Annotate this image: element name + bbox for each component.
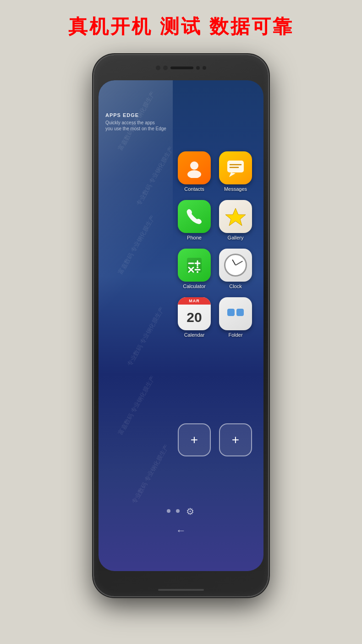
- clock-face: [224, 254, 247, 277]
- clock-minute-hand: [236, 261, 243, 265]
- svg-point-15: [197, 271, 198, 273]
- watermark-6: 专业数码 专业钢化膜生产: [130, 443, 171, 505]
- phone-bottom-bar: [158, 589, 204, 591]
- page-title: 真机开机 测试 数据可靠: [0, 14, 362, 39]
- gallery-icon: [219, 200, 252, 233]
- app-gallery[interactable]: Gallery: [219, 200, 252, 240]
- app-calendar[interactable]: MAR 20 Calendar: [178, 297, 211, 338]
- settings-gear-icon[interactable]: ⚙: [185, 506, 195, 516]
- phone-label: Phone: [187, 235, 202, 240]
- sensor-dot: [163, 66, 168, 70]
- clock-label: Clock: [229, 283, 242, 289]
- watermark-3: 富嘉数码 专业钢化膜生产: [116, 214, 157, 276]
- svg-marker-6: [225, 208, 246, 226]
- app-calculator[interactable]: Calculator: [178, 249, 211, 289]
- calendar-month: MAR: [178, 297, 211, 305]
- add-button-2[interactable]: +: [219, 423, 252, 456]
- nav-dot-2: [176, 509, 180, 513]
- add-button-1[interactable]: +: [178, 423, 211, 456]
- watermark-4: 专业数码 专业钢化膜生产: [126, 305, 166, 368]
- front-camera: [196, 66, 200, 70]
- sensor-right: [203, 66, 206, 70]
- contacts-label: Contacts: [184, 186, 204, 192]
- watermark-5: 富嘉数码 专业钢化膜生产: [116, 374, 157, 437]
- calculator-icon: [178, 249, 211, 282]
- bottom-nav: ⚙: [99, 506, 263, 516]
- phone-screen: 富嘉数码 专业钢化膜生产 专业数码 专业钢化膜生产 富嘉数码 专业钢化膜生产 专…: [99, 80, 263, 571]
- svg-marker-3: [229, 172, 236, 177]
- phone-shell: 富嘉数码 专业钢化膜生产 专业数码 专业钢化膜生产 富嘉数码 专业钢化膜生产 专…: [94, 55, 268, 596]
- folder-icon: [219, 297, 252, 330]
- svg-point-0: [190, 161, 198, 170]
- svg-rect-16: [227, 309, 235, 316]
- nav-dot-1: [167, 509, 170, 513]
- app-contacts[interactable]: Contacts: [178, 151, 211, 192]
- calendar-icon: MAR 20: [178, 297, 211, 330]
- phone-icon: [178, 200, 211, 233]
- apps-edge-subtitle: Quickly access the apps you use the most…: [105, 120, 243, 132]
- messages-icon: [219, 151, 252, 184]
- folder-label: Folder: [228, 332, 242, 338]
- svg-rect-17: [236, 309, 244, 316]
- apps-edge-panel: APPS EDGE Quickly access the apps you us…: [99, 108, 250, 136]
- gallery-label: Gallery: [228, 235, 244, 240]
- phone-top-bar: [144, 63, 218, 72]
- svg-rect-2: [227, 161, 244, 172]
- add-buttons-row: + +: [173, 419, 257, 461]
- svg-point-14: [197, 266, 198, 268]
- apps-edge-title: APPS EDGE: [105, 112, 243, 118]
- watermark-2: 专业数码 专业钢化膜生产: [135, 145, 176, 207]
- camera-dot: [156, 66, 160, 70]
- messages-label: Messages: [224, 186, 247, 192]
- back-button[interactable]: ←: [176, 525, 186, 537]
- svg-point-1: [187, 170, 201, 178]
- calendar-label: Calendar: [184, 332, 205, 338]
- calculator-label: Calculator: [183, 283, 206, 289]
- calendar-day: 20: [186, 305, 202, 330]
- app-phone[interactable]: Phone: [178, 200, 211, 240]
- app-messages[interactable]: Messages: [219, 151, 252, 192]
- app-clock[interactable]: Clock: [219, 249, 252, 289]
- app-folder[interactable]: Folder: [219, 297, 252, 338]
- clock-icon: [219, 249, 252, 282]
- speaker-slot: [170, 67, 193, 69]
- apps-grid: Contacts Messages: [173, 147, 257, 342]
- contacts-icon: [178, 151, 211, 184]
